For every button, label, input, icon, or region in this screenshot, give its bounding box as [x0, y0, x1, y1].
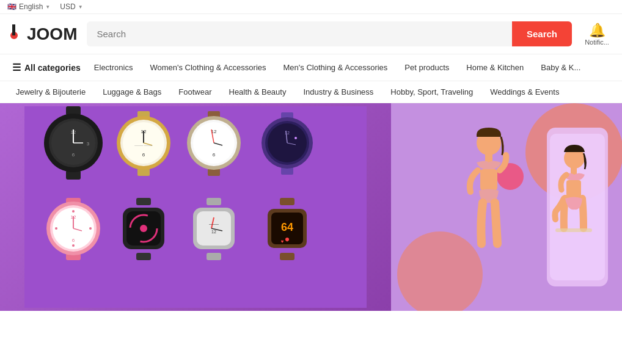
svg-rect-87 — [566, 180, 581, 198]
svg-point-40 — [295, 137, 297, 139]
svg-point-53 — [55, 227, 57, 230]
nav-item-home[interactable]: Home & Kitchen — [458, 56, 532, 79]
currency-label: USD — [60, 2, 75, 11]
svg-text:6: 6 — [142, 152, 145, 158]
svg-text:64: 64 — [281, 221, 293, 233]
nav-item-baby[interactable]: Baby & K... — [532, 56, 589, 79]
fashion-banner-image — [391, 103, 622, 311]
language-chevron-icon: ▼ — [45, 4, 50, 10]
all-categories-label: All categories — [24, 63, 81, 73]
sub-nav-luggage[interactable]: Luggage & Bags — [94, 81, 170, 103]
nav-item-mens[interactable]: Men's Clothing & Accessories — [275, 56, 397, 79]
svg-text:♥: ♥ — [281, 239, 284, 244]
nav-item-womens[interactable]: Women's Clothing & Accessories — [141, 56, 274, 79]
watches-banner-image: 12 6 3 12 6 ──── ──── — [24, 106, 367, 308]
svg-point-59 — [140, 225, 147, 232]
all-categories-button[interactable]: ☰ All categories — [7, 54, 86, 81]
svg-point-50 — [72, 210, 75, 213]
svg-text:──── ────: ──── ──── — [134, 144, 153, 147]
svg-text:12: 12 — [285, 131, 290, 135]
svg-rect-84 — [480, 169, 497, 191]
bell-icon: 🔔 — [589, 23, 606, 38]
search-input[interactable] — [87, 21, 511, 46]
svg-rect-55 — [136, 253, 151, 260]
search-container: Search — [87, 21, 572, 46]
currency-selector[interactable]: USD ▼ — [60, 2, 82, 11]
sub-nav-health[interactable]: Health & Beauty — [221, 81, 295, 103]
svg-text:6: 6 — [72, 238, 75, 243]
svg-text:6: 6 — [213, 152, 216, 158]
svg-rect-54 — [136, 198, 151, 205]
currency-chevron-icon: ▼ — [78, 4, 83, 10]
notifications-label: Notific... — [585, 38, 609, 46]
svg-point-51 — [89, 227, 92, 230]
svg-text:6: 6 — [72, 152, 75, 158]
language-label: English — [19, 2, 43, 11]
svg-rect-60 — [207, 198, 221, 205]
logo-text: JOOM — [27, 24, 77, 44]
notifications-icon-area[interactable]: 🔔 Notific... — [582, 23, 612, 46]
nav-item-pet[interactable]: Pet products — [396, 56, 458, 79]
svg-rect-83 — [485, 153, 492, 162]
svg-text:♥: ♥ — [287, 239, 288, 242]
sub-nav-industry[interactable]: Industry & Business — [295, 81, 382, 103]
sub-nav-weddings[interactable]: Weddings & Events — [481, 81, 568, 103]
svg-text:3: 3 — [87, 141, 90, 147]
language-selector[interactable]: 🇬🇧 English ▼ — [7, 2, 50, 11]
nav-item-electronics[interactable]: Electronics — [86, 56, 142, 79]
sub-nav-jewelry[interactable]: Jewelry & Bijouterie — [7, 81, 94, 103]
banners-section: 12 6 3 12 6 ──── ──── — [0, 103, 622, 311]
top-bar: 🇬🇧 English ▼ USD ▼ — [0, 0, 622, 14]
nav-items: Electronics Women's Clothing & Accessori… — [86, 56, 590, 79]
svg-rect-63 — [197, 211, 231, 246]
search-button[interactable]: Search — [512, 21, 572, 46]
svg-text:——: —— — [209, 221, 219, 227]
hamburger-icon: ☰ — [12, 62, 21, 73]
nav-bar: ☰ All categories Electronics Women's Clo… — [0, 54, 622, 81]
sub-nav-hobby[interactable]: Hobby, Sport, Traveling — [382, 81, 481, 103]
svg-rect-61 — [207, 253, 221, 260]
banner-left[interactable]: 12 6 3 12 6 ──── ──── — [0, 103, 391, 311]
logo[interactable]: JOOM — [10, 23, 77, 45]
svg-text:12: 12 — [211, 230, 216, 234]
flag-icon: 🇬🇧 — [7, 2, 16, 11]
svg-rect-88 — [555, 228, 592, 232]
sub-nav-footwear[interactable]: Footwear — [170, 81, 220, 103]
banner-right[interactable] — [391, 103, 622, 311]
svg-rect-1 — [12, 24, 15, 35]
svg-rect-68 — [280, 198, 295, 205]
sub-nav-bar: Jewelry & Bijouterie Luggage & Bags Foot… — [0, 81, 622, 103]
logo-icon — [10, 23, 24, 45]
svg-point-52 — [72, 244, 75, 247]
svg-rect-69 — [280, 253, 295, 260]
header: JOOM Search 🔔 Notific... — [0, 14, 622, 54]
